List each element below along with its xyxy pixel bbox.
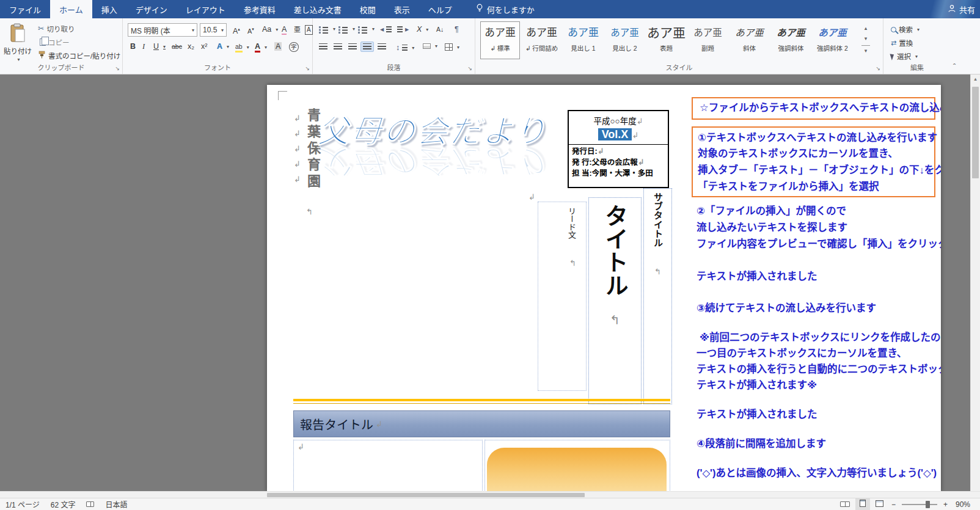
styles-dialog-launcher[interactable]: ↘ bbox=[876, 66, 880, 71]
bold-button[interactable]: B bbox=[128, 40, 138, 53]
text-effects-button[interactable]: A▾ bbox=[214, 40, 232, 53]
strikethrough-button[interactable]: abc bbox=[169, 40, 185, 53]
tab-review[interactable]: 校閲 bbox=[351, 0, 385, 18]
justify-button[interactable] bbox=[360, 42, 374, 52]
vertical-scrollbar-thumb[interactable] bbox=[972, 87, 979, 178]
style-normal[interactable]: あア亜 ↲ 標準 bbox=[480, 21, 520, 59]
zoom-in-button[interactable]: + bbox=[941, 500, 950, 509]
tab-view[interactable]: 表示 bbox=[385, 0, 419, 18]
style-italic[interactable]: あア亜 斜体 bbox=[730, 21, 769, 59]
font-dialog-launcher[interactable]: ↘ bbox=[305, 66, 310, 71]
copy-button[interactable]: コピー bbox=[35, 35, 72, 49]
print-layout-button[interactable] bbox=[855, 498, 870, 510]
web-layout-button[interactable] bbox=[870, 500, 889, 509]
tab-layout[interactable]: レイアウト bbox=[177, 0, 235, 18]
style-subtitle[interactable]: あア亜 副題 bbox=[688, 21, 728, 59]
multilevel-list-button[interactable]: ▾ bbox=[356, 23, 377, 35]
borders-icon bbox=[445, 43, 453, 51]
vertical-scrollbar[interactable]: ▴ bbox=[970, 75, 980, 491]
rounded-rectangle-shape[interactable] bbox=[487, 448, 667, 491]
tab-home[interactable]: ホーム bbox=[50, 0, 92, 18]
styles-scroll-down[interactable]: ▾ bbox=[859, 34, 872, 44]
horizontal-scrollbar[interactable] bbox=[0, 491, 980, 498]
font-size-combo[interactable]: 10.5 ▾ bbox=[200, 23, 227, 37]
replace-button[interactable]: ⇄ 置換 bbox=[888, 36, 915, 49]
align-right-button[interactable] bbox=[346, 42, 359, 52]
collapse-ribbon-button[interactable]: ˆ bbox=[953, 62, 956, 71]
style-heading2[interactable]: あア亜 見出し 2 bbox=[605, 21, 645, 59]
increase-indent-button[interactable]: ▸ bbox=[395, 23, 411, 35]
tab-file[interactable]: ファイル bbox=[0, 0, 50, 18]
align-right-icon bbox=[348, 43, 357, 50]
align-left-button[interactable] bbox=[316, 42, 330, 52]
zoom-slider[interactable] bbox=[902, 504, 937, 505]
zoom-level[interactable]: 90% bbox=[950, 500, 980, 509]
format-painter-button[interactable]: 書式のコピー/貼り付け bbox=[35, 49, 123, 62]
sort-button[interactable]: A↓ bbox=[434, 23, 446, 35]
ruby-button[interactable]: 亜 bbox=[291, 23, 303, 35]
body-textbox-right[interactable] bbox=[485, 440, 670, 491]
tab-help[interactable]: ヘルプ bbox=[419, 0, 461, 18]
zoom-out-button[interactable]: − bbox=[889, 500, 898, 509]
shrink-font-button[interactable]: A▾ bbox=[245, 23, 257, 37]
clipboard-dialog-launcher[interactable]: ↘ bbox=[115, 66, 120, 71]
subtitle-textbox[interactable]: サブタイトル ↰ bbox=[643, 188, 672, 404]
paste-button[interactable]: 貼り付け ▾ bbox=[4, 21, 32, 65]
style-intense-italic2[interactable]: あア亜 強調斜体 2 bbox=[813, 21, 852, 59]
underline-button[interactable]: U▾ bbox=[151, 40, 168, 53]
shading-button[interactable]: ▾ bbox=[420, 42, 440, 51]
page-number-status[interactable]: 1/1 ページ bbox=[0, 499, 45, 509]
read-mode-button[interactable] bbox=[835, 500, 855, 509]
borders-button[interactable]: ▾ bbox=[442, 42, 462, 53]
find-button[interactable]: 検索 ▾ bbox=[888, 23, 922, 36]
highlight-button[interactable]: ab▾ bbox=[233, 40, 252, 54]
enclose-characters-button[interactable]: 字 bbox=[287, 40, 301, 54]
italic-button[interactable]: I bbox=[140, 40, 147, 53]
body-textbox-left[interactable]: ↲ bbox=[293, 440, 483, 491]
tell-me-box[interactable]: 何をしますか bbox=[476, 0, 535, 18]
style-no-spacing[interactable]: あア亜 ↲ 行間詰め bbox=[522, 21, 561, 59]
superscript-button[interactable]: x² bbox=[199, 40, 210, 53]
select-button[interactable]: 選択 ▾ bbox=[888, 49, 920, 63]
subscript-button[interactable]: x₂ bbox=[185, 40, 197, 53]
paste-dropdown-arrow[interactable]: ▾ bbox=[17, 57, 20, 62]
bullets-button[interactable]: ▾ bbox=[316, 23, 338, 35]
font-name-combo[interactable]: MS 明朝 (本 ▾ bbox=[128, 23, 197, 37]
language-status[interactable]: 日本語 bbox=[100, 499, 133, 509]
style-intense-italic[interactable]: あア亜 強調斜体 bbox=[771, 21, 811, 59]
tab-references[interactable]: 参考資料 bbox=[235, 0, 285, 18]
align-center-button[interactable] bbox=[331, 42, 345, 52]
share-button[interactable]: 共有 bbox=[948, 0, 975, 18]
line-spacing-button[interactable]: ↕▾ bbox=[393, 42, 417, 54]
document-page[interactable]: ↲↲↲↲↲ 青葉保育園 ↰ 父母の会だより 父母の会だより 平成○○年度↲ Vo… bbox=[267, 85, 941, 491]
cut-button[interactable]: ✂ 切り取り bbox=[35, 22, 77, 35]
change-case-button[interactable]: Aa ▾ bbox=[260, 23, 280, 35]
word-count-status[interactable]: 62 文字 bbox=[45, 499, 81, 509]
show-marks-button[interactable]: ¶ bbox=[452, 23, 461, 35]
paragraph-dialog-launcher[interactable]: ↘ bbox=[467, 66, 472, 71]
decrease-indent-button[interactable]: ◂ bbox=[378, 23, 394, 35]
horizontal-scrollbar-thumb[interactable] bbox=[267, 493, 585, 497]
distribute-button[interactable] bbox=[375, 42, 389, 52]
zoom-slider-thumb[interactable] bbox=[926, 501, 930, 508]
issue-info-box[interactable]: 平成○○年度↲ Vol.X↲ 発行日:↲ 発 行:父母の会広報↲ 担 当:今関・… bbox=[568, 110, 669, 188]
numbering-button[interactable]: ▾ bbox=[336, 23, 357, 35]
proofing-status[interactable] bbox=[81, 500, 100, 509]
tab-mailings[interactable]: 差し込み文書 bbox=[285, 0, 351, 18]
character-shading-button[interactable]: A bbox=[272, 40, 284, 53]
title-textbox[interactable]: タイトル ↰ bbox=[588, 197, 642, 404]
styles-more-button[interactable]: ▾ bbox=[861, 45, 870, 56]
highlight-dropdown-arrow: ▾ bbox=[247, 45, 249, 50]
style-heading1[interactable]: あア亜 見出し 1 bbox=[563, 21, 603, 59]
tab-insert[interactable]: 挿入 bbox=[92, 0, 126, 18]
grow-font-button[interactable]: A▴ bbox=[230, 23, 243, 37]
asian-layout-button[interactable]: X▾ bbox=[414, 23, 431, 35]
tab-design[interactable]: デザイン bbox=[126, 0, 177, 18]
styles-scroll-up[interactable]: ▴ bbox=[859, 23, 872, 34]
lead-textbox[interactable]: リード文 ↰ bbox=[538, 202, 587, 391]
style-title[interactable]: あア亜 表題 bbox=[646, 21, 686, 59]
scroll-up-arrow[interactable]: ▴ bbox=[971, 76, 980, 82]
font-color-button[interactable]: A▾ bbox=[252, 40, 269, 54]
clear-formatting-button[interactable]: A bbox=[279, 23, 289, 37]
report-title-banner[interactable]: 報告タイトル ↲ bbox=[293, 410, 670, 437]
